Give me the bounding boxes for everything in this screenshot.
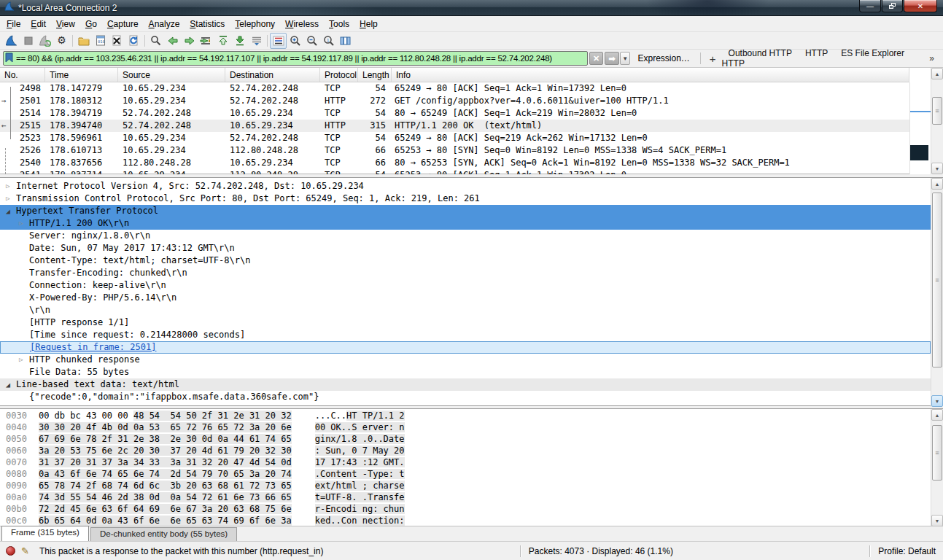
packet-row-2523[interactable]: 2523178.59696110.65.29.23452.74.202.248T… — [0, 132, 909, 144]
hex-row-00c0[interactable]: 00c06b 65 64 0d 0a 43 6f 6e 6e 65 63 74 … — [0, 515, 931, 526]
column-header-source[interactable]: Source — [118, 68, 225, 82]
packet-row-2541[interactable]: 2541178.83771410.65.29.234112.80.248.28T… — [0, 169, 909, 174]
tree-expanded-icon[interactable]: ◢ — [6, 378, 10, 391]
packet-row-2515[interactable]: 2515178.39474052.74.202.24810.65.29.234H… — [0, 120, 909, 132]
zoom-out-button[interactable] — [303, 33, 320, 49]
hex-row-0070[interactable]: 007031 37 20 31 37 3a 34 33 3a 31 32 20 … — [0, 456, 931, 468]
open-capture-file-button[interactable] — [75, 33, 92, 49]
detail-row[interactable]: ▷Transmission Control Protocol, Src Port… — [0, 192, 931, 205]
tree-collapsed-icon[interactable]: ▷ — [6, 180, 9, 192]
menu-edit[interactable]: Edit — [26, 17, 51, 31]
scrollbar-thumb[interactable] — [932, 97, 942, 125]
detail-row[interactable]: ◢Hypertext Transfer Protocol — [0, 205, 931, 217]
hex-row-00b0[interactable]: 00b072 2d 45 6e 63 6f 64 69 6e 67 3a 20 … — [0, 503, 931, 515]
tree-collapsed-icon[interactable]: ▷ — [19, 354, 23, 366]
close-button[interactable]: ✕ — [904, 0, 937, 12]
filter-preset-http[interactable]: HTTP — [799, 48, 834, 58]
detail-row[interactable]: Connection: keep-alive\r\n — [0, 279, 931, 292]
packet-list-scrollbar[interactable]: ▲ ▼ — [931, 68, 943, 174]
scrollbar-thumb[interactable] — [932, 425, 942, 481]
intelligent-scrollbar-minimap[interactable] — [909, 82, 931, 174]
stop-capture-button[interactable] — [20, 33, 36, 49]
zoom-reset-button[interactable]: 1 — [320, 33, 337, 49]
detail-row[interactable]: {"recode":0,"domain":"ifappbox.msafe.dat… — [0, 391, 931, 403]
expression-button[interactable]: Expression… — [637, 53, 689, 63]
menu-telephony[interactable]: Telephony — [230, 17, 280, 31]
capture-options-button[interactable]: ⚙ — [53, 33, 70, 49]
scroll-down-arrow[interactable]: ▼ — [931, 395, 943, 407]
detail-row[interactable]: Transfer-Encoding: chunked\r\n — [0, 267, 931, 279]
menu-wireless[interactable]: Wireless — [280, 17, 324, 31]
go-back-button[interactable] — [164, 33, 181, 49]
save-capture-file-button[interactable]: 010 — [92, 33, 109, 49]
restore-button[interactable] — [882, 0, 903, 12]
go-to-packet-button[interactable] — [198, 33, 214, 49]
minimize-button[interactable]: — — [859, 0, 881, 12]
start-capture-button[interactable] — [3, 33, 20, 49]
detail-row[interactable]: Content-Type: text/html; charset=UTF-8\r… — [0, 254, 931, 267]
detail-row[interactable]: ▷Internet Protocol Version 4, Src: 52.74… — [0, 180, 931, 192]
scroll-up-arrow[interactable]: ▲ — [931, 178, 943, 190]
profile-label[interactable]: Profile: Default — [878, 546, 943, 556]
packet-row-2540[interactable]: 2540178.837656112.80.248.2810.65.29.234T… — [0, 157, 909, 169]
expert-info-icon[interactable] — [6, 546, 15, 556]
tab-frame-315-bytes-[interactable]: Frame (315 bytes) — [1, 526, 89, 541]
find-packet-button[interactable] — [147, 33, 164, 49]
zoom-in-button[interactable] — [287, 33, 303, 49]
detail-row[interactable]: Date: Sun, 07 May 2017 17:43:12 GMT\r\n — [0, 242, 931, 254]
detail-row[interactable]: File Data: 55 bytes — [0, 366, 931, 378]
column-header-info[interactable]: Info — [392, 68, 909, 82]
go-to-bottom-button[interactable] — [231, 33, 248, 49]
menu-file[interactable]: File — [1, 17, 26, 31]
close-capture-file-button[interactable] — [109, 33, 125, 49]
tree-expanded-icon[interactable]: ◢ — [6, 205, 10, 217]
colorize-packets-button[interactable] — [270, 33, 287, 49]
hex-row-0060[interactable]: 00603a 20 53 75 6e 2c 20 30 37 20 4d 61 … — [0, 445, 931, 456]
menu-capture[interactable]: Capture — [102, 17, 144, 31]
restart-capture-button[interactable] — [36, 33, 53, 49]
tree-collapsed-icon[interactable]: ▷ — [6, 192, 9, 205]
detail-row[interactable]: ▷HTTP/1.1 200 OK\r\n — [0, 217, 931, 230]
resize-columns-button[interactable] — [337, 33, 354, 49]
hex-row-0090[interactable]: 009065 78 74 2f 68 74 6d 6c 3b 20 63 68 … — [0, 480, 931, 491]
hex-row-0080[interactable]: 00800a 43 6f 6e 74 65 6e 74 2d 54 79 70 … — [0, 468, 931, 480]
capture-comment-icon[interactable]: ✎ — [21, 545, 29, 556]
tree-collapsed-icon[interactable]: ▷ — [19, 217, 23, 230]
go-to-top-button[interactable] — [214, 33, 231, 49]
menu-go[interactable]: Go — [80, 17, 102, 31]
scroll-up-arrow[interactable]: ▲ — [931, 68, 943, 79]
hex-row-0040[interactable]: 004030 30 20 4f 4b 0d 0a 53 65 72 76 65 … — [0, 421, 931, 433]
column-header-destination[interactable]: Destination — [225, 68, 320, 82]
filter-preset-outbound-http[interactable]: Outbound HTTP — [722, 48, 799, 58]
packet-row-2514[interactable]: 2514178.39471952.74.202.24810.65.29.234T… — [0, 107, 909, 120]
column-header-protocol[interactable]: Protocol — [320, 68, 358, 82]
hex-row-0030[interactable]: 003000 db bc 43 00 00 48 54 54 50 2f 31 … — [0, 410, 931, 421]
detail-row[interactable]: X-Powered-By: PHP/5.6.14\r\n — [0, 292, 931, 304]
packet-row-2501[interactable]: 2501178.18031210.65.29.23452.74.202.248H… — [0, 95, 909, 107]
overflow-chevron[interactable]: » — [929, 53, 940, 63]
column-header-length[interactable]: Length — [358, 68, 392, 82]
hex-row-0050[interactable]: 005067 69 6e 78 2f 31 2e 38 2e 30 0d 0a … — [0, 433, 931, 445]
title-bar[interactable]: *Local Area Connection 2 — ✕ — [0, 0, 943, 16]
apply-filter-button[interactable]: ➡ — [605, 52, 618, 65]
display-filter-input[interactable]: == 80) && (ip.addr == 103.235.46.231 || … — [3, 51, 588, 66]
detail-row[interactable]: [HTTP response 1/1] — [0, 316, 931, 329]
menu-view[interactable]: View — [51, 17, 80, 31]
column-header-time[interactable]: Time — [45, 68, 118, 82]
detail-row[interactable]: ▷HTTP chunked response — [0, 354, 931, 366]
scroll-down-arrow[interactable]: ▼ — [931, 163, 943, 174]
bytes-scrollbar[interactable]: ▲ ▼ — [931, 409, 943, 526]
menu-tools[interactable]: Tools — [324, 17, 354, 31]
filter-history-dropdown[interactable]: ▼ — [620, 52, 631, 65]
detail-row[interactable]: [Time since request: 0.214428000 seconds… — [0, 329, 931, 341]
detail-row[interactable]: ◢Line-based text data: text/html — [0, 378, 931, 391]
detail-row[interactable]: \r\n — [0, 304, 931, 316]
add-filter-button[interactable]: + — [704, 52, 722, 65]
menu-analyze[interactable]: Analyze — [144, 17, 185, 31]
clear-filter-button[interactable]: ✕ — [589, 52, 603, 65]
filter-expression-text[interactable]: == 80) && (ip.addr == 103.235.46.231 || … — [16, 54, 586, 63]
reload-file-button[interactable] — [125, 33, 142, 49]
detail-row[interactable]: Server: nginx/1.8.0\r\n — [0, 230, 931, 242]
tab-de-chunked-entity-body-55-bytes-[interactable]: De-chunked entity body (55 bytes) — [90, 527, 237, 541]
auto-scroll-button[interactable] — [248, 33, 265, 49]
